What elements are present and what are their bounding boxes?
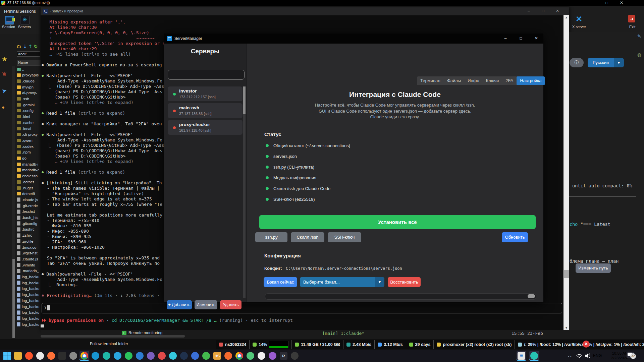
file-row[interactable]: .kimi [17,114,30,120]
sm-close-button[interactable]: ✕ [532,36,541,41]
Удалить-button[interactable]: Удалить [220,300,241,309]
server-list-item[interactable]: main-ovh37.187.136.86 [ssh] [168,103,243,118]
terminal-scrollbar[interactable]: ▲ ▼ [564,15,569,330]
checkbox-icon[interactable] [83,342,87,346]
horizontal-scrollbar[interactable] [265,293,536,300]
refresh-button[interactable]: Обновить [502,232,528,242]
app-icon[interactable] [529,351,539,361]
file-row[interactable]: myvpn [17,84,34,90]
tool-icon[interactable]: ❦ [2,70,7,78]
github-icon[interactable] [290,351,300,361]
follow-terminal-folder-toggle[interactable]: Follow terminal folder [83,342,128,346]
file-row[interactable]: .zshrc [17,233,32,238]
file-row[interactable]: .lesshst [17,209,35,215]
close-button[interactable]: ✕ [616,0,627,5]
install-all-button[interactable]: Установить всё [259,215,536,229]
sm-maximize-button[interactable]: □ [517,36,525,41]
scrollbar-thumb[interactable] [564,270,569,278]
file-row[interactable]: .claude [17,78,35,84]
file-row[interactable]: .codex [17,143,34,149]
terminal-hscrollbar[interactable] [41,335,185,338]
file-row[interactable]: .viminfo [17,262,35,268]
file-row[interactable]: .cli-proxy [17,132,38,137]
wifi-icon[interactable] [576,353,582,358]
server-list-item[interactable]: proxy-checker161.97.118.40 [ssh] [168,120,243,135]
file-row[interactable]: log_backu [17,292,39,298]
file-row[interactable]: .qwen [17,137,33,143]
file-row[interactable]: .profile [17,238,34,244]
server-search-input[interactable] [168,70,245,80]
tab-Ключи[interactable]: Ключи [483,76,502,85]
tab-Инфо[interactable]: Инфо [464,76,482,85]
file-row[interactable]: .config [17,108,34,114]
file-row[interactable]: endlessh [17,173,38,179]
menu-sessions[interactable]: Sessions [19,9,36,14]
app-icon[interactable] [257,351,266,361]
file-row[interactable]: log_backu [17,321,39,327]
file-row[interactable]: .gemini [17,102,35,108]
file-row[interactable]: .claude.js [17,256,38,262]
maximize-button[interactable]: □ [602,0,612,5]
scroll-up-icon[interactable]: ▲ [564,16,569,19]
app-icon[interactable] [146,351,156,361]
scrollbar-thumb[interactable] [12,259,15,338]
Добавить-button[interactable]: + Добавить [167,300,192,309]
file-row[interactable]: .bash_his [17,215,38,221]
telegram-icon[interactable] [113,351,122,361]
file-row[interactable]: log_backu [17,310,39,315]
session-icon[interactable] [5,16,14,24]
app-icon[interactable] [102,351,111,361]
edit-pencil-icon[interactable]: ✎ [637,34,641,39]
send-icon[interactable]: ➤ [1,86,8,95]
file-row[interactable]: .npm [17,149,31,155]
speaker-icon[interactable] [585,353,591,358]
app-icon[interactable] [201,351,211,361]
app-icon[interactable] [35,351,45,361]
file-row[interactable]: ↑.. [17,66,24,72]
app-icon[interactable] [268,351,277,361]
edge-icon[interactable] [91,351,100,361]
ribbon-close-icon[interactable]: ✕ [583,341,590,348]
Изменить-button[interactable]: Изменить [195,300,217,309]
tray-chevron-icon[interactable]: ︿ [568,353,572,359]
file-row[interactable]: mariadb-c [17,167,39,173]
file-row[interactable]: log_backu [17,298,39,303]
file-row[interactable]: .bashrc [17,227,35,232]
backup-select[interactable]: Выберите бэкап... ▼ [300,277,384,287]
change-path-button[interactable]: Изменить путь [576,263,611,273]
app-icon[interactable] [246,351,255,361]
terminal-close-button[interactable]: ✕ [553,9,562,13]
app-icon[interactable] [190,351,200,361]
SSH-ключ-button[interactable]: SSH-ключ [328,232,361,242]
app-icon[interactable] [57,351,67,361]
exit-icon[interactable]: ➜ [628,15,635,22]
tab-Настройка[interactable]: Настройка [517,76,545,85]
file-row[interactable]: .gitconfig [17,221,37,226]
file-row[interactable]: .ssh [17,96,29,102]
app-icon[interactable] [157,351,167,361]
rider-icon[interactable]: R [279,351,288,361]
scroll-down-icon[interactable]: ▼ [564,326,569,329]
file-row[interactable]: .nuget [17,185,33,191]
file-explorer-icon[interactable] [13,351,23,361]
folder-up-icon[interactable]: 🗀 [17,44,21,49]
file-row[interactable]: log_backu [17,286,39,292]
app-icon[interactable] [68,351,78,361]
file-row[interactable]: .wget-hst [17,250,38,256]
ball-icon[interactable]: ● [2,104,5,110]
start-button[interactable] [2,351,12,361]
app-icon[interactable] [168,351,178,361]
terminal-minimize-button[interactable]: – [524,9,533,13]
whatsapp-icon[interactable] [124,351,133,361]
terminal-titlebar[interactable]: >_ · запуск и проверка – □ ✕ [41,7,569,15]
file-row[interactable]: dotnet9 [17,191,35,197]
server-list-scrollbar[interactable] [243,86,246,298]
terminal-input-box[interactable]: ❯ [42,303,562,313]
brave-icon[interactable] [24,351,34,361]
file-row[interactable]: .dotnet [17,179,34,185]
upload-icon[interactable]: ⇡ [29,44,32,49]
firefox-icon[interactable] [46,351,56,361]
language-dropdown[interactable]: Русский ▼ [588,58,624,67]
file-row[interactable]: go [17,156,26,161]
path-input[interactable] [17,51,40,57]
